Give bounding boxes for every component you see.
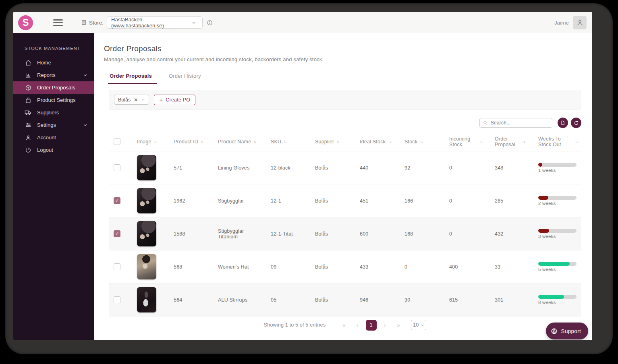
- sort-icon: ↑↓: [336, 139, 339, 144]
- search-box[interactable]: [479, 118, 552, 128]
- row-checkbox[interactable]: ✓: [114, 230, 120, 237]
- avatar[interactable]: [573, 16, 587, 29]
- page-title: Order Proposals: [104, 44, 581, 53]
- table-row[interactable]: ✓ 571 Lining Gloves 12-black Bolås 440 9…: [109, 151, 581, 184]
- cell-weeks-to-stock-out: 1 weeks: [538, 163, 581, 173]
- store-select-value: HastaBacken (www.hastabacken.se): [111, 17, 192, 29]
- table-header-row: Image↑↓ Product ID↑↓ Product Name↑↓ SKU↑…: [109, 132, 581, 151]
- cell-supplier: Bolås: [315, 231, 360, 237]
- column-header-product-id[interactable]: Product ID↑↓: [174, 139, 218, 145]
- row-checkbox[interactable]: ✓: [114, 296, 120, 303]
- tab-order-history[interactable]: Order History: [168, 73, 202, 84]
- cell-stock: 30: [404, 297, 449, 303]
- sidebar-item-logout[interactable]: Logout: [13, 144, 94, 156]
- select-all-checkbox[interactable]: [114, 138, 120, 145]
- home-icon: [25, 59, 31, 66]
- sort-icon: ↑↓: [154, 139, 156, 144]
- cell-order-proposal: 301: [495, 297, 538, 303]
- weeks-label: 8 weeks: [538, 300, 577, 305]
- sidebar-item-product-settings[interactable]: Product Settings: [13, 94, 94, 106]
- column-header-sku[interactable]: SKU↑↓: [271, 139, 315, 145]
- table-row[interactable]: ✓ 1588 Stigbygglar Titanium 12-1-Titat B…: [109, 217, 581, 250]
- cell-product-id: 568: [174, 264, 218, 270]
- cell-product-name: Stigbygglar Titanium: [218, 228, 262, 240]
- chevron-down-icon[interactable]: [141, 98, 145, 102]
- sort-icon: ↑↓: [522, 139, 525, 144]
- page-subtitle: Manage, analyse and control your current…: [104, 56, 581, 62]
- brand-logo: S: [18, 15, 33, 30]
- next-page-button[interactable]: ›: [384, 322, 386, 328]
- refresh-icon: [574, 120, 579, 126]
- first-page-button[interactable]: «: [342, 322, 345, 328]
- weeks-label: 2 weeks: [538, 201, 577, 206]
- sidebar-item-account[interactable]: Account: [13, 131, 94, 144]
- cell-incoming-stock: 400: [449, 264, 495, 270]
- cell-supplier: Bolås: [315, 198, 360, 204]
- tab-order-proposals[interactable]: Order Proposals: [109, 73, 153, 84]
- stock-out-progress-track: [538, 229, 577, 233]
- row-checkbox[interactable]: ✓: [114, 263, 120, 270]
- info-icon[interactable]: [207, 20, 213, 26]
- column-header-image[interactable]: Image↑↓: [129, 139, 174, 145]
- cell-incoming-stock: 0: [449, 198, 495, 204]
- globe-icon: [551, 328, 558, 335]
- column-header-product-name[interactable]: Product Name↑↓: [218, 139, 271, 145]
- cell-product-id: 564: [174, 297, 218, 303]
- column-header-order-proposal[interactable]: Order Proposal↑↓: [495, 136, 538, 147]
- sidebar-item-settings[interactable]: Settings: [13, 119, 94, 131]
- sidebar-item-home[interactable]: Home: [13, 56, 94, 69]
- column-header-stock[interactable]: Stock↑↓: [404, 139, 449, 145]
- cell-order-proposal: 348: [495, 165, 538, 171]
- sidebar-item-label: Settings: [37, 122, 56, 128]
- create-po-button[interactable]: + Create PO: [154, 95, 195, 105]
- table-row[interactable]: ✓ 1962 Stigbygglar 12-1 Bolås 451 166 0 …: [109, 184, 581, 217]
- column-header-weeks-to-stock-out[interactable]: Weeks To Stock Out↑↓: [538, 136, 581, 147]
- cell-product-id: 1588: [174, 231, 218, 237]
- sidebar-item-label: Product Settings: [37, 97, 75, 103]
- table-body: ✓ 571 Lining Gloves 12-black Bolås 440 9…: [109, 151, 581, 316]
- cell-stock: 0: [404, 264, 449, 270]
- row-checkbox[interactable]: ✓: [114, 197, 120, 204]
- table-row[interactable]: ✓ 564 ALU Stirrups 05 Bolås 946 30 615 3…: [109, 283, 581, 316]
- refresh-button[interactable]: [571, 118, 581, 128]
- close-icon[interactable]: ✕: [134, 97, 138, 103]
- store-select[interactable]: HastaBacken (www.hastabacken.se): [107, 17, 203, 29]
- table-row[interactable]: ✓ 568 Women's Hat 09 Bolås 433 0 400 33 …: [109, 250, 581, 283]
- cell-stock: 166: [404, 198, 449, 204]
- create-po-label: Create PO: [166, 97, 190, 103]
- cell-weeks-to-stock-out: 3 weeks: [538, 229, 581, 239]
- page-number-button[interactable]: 1: [366, 320, 377, 331]
- cell-incoming-stock: 615: [449, 297, 495, 303]
- row-checkbox[interactable]: ✓: [114, 164, 120, 171]
- page-size-select[interactable]: 10: [411, 320, 426, 330]
- stock-out-progress-fill: [538, 262, 570, 266]
- stock-out-progress-track: [538, 262, 577, 266]
- cell-sku: 05: [271, 297, 315, 303]
- menu-toggle-icon[interactable]: [53, 19, 63, 26]
- export-button[interactable]: [558, 118, 568, 128]
- search-input[interactable]: [491, 120, 549, 126]
- sort-icon: ↑↓: [201, 139, 203, 144]
- sidebar-item-label: Reports: [37, 72, 56, 78]
- product-image: [137, 221, 156, 246]
- support-button[interactable]: Support: [546, 323, 588, 339]
- prev-page-button[interactable]: ‹: [357, 322, 358, 328]
- weeks-label: 5 weeks: [538, 267, 577, 272]
- supplier-filter-chip[interactable]: Bolås ✕: [114, 95, 149, 105]
- plus-icon: +: [159, 97, 163, 103]
- sidebar-item-order-proposals[interactable]: Order Proposals: [13, 81, 94, 94]
- sidebar-item-reports[interactable]: Reports: [13, 69, 94, 81]
- column-header-supplier[interactable]: Supplier↑↓: [315, 139, 360, 145]
- cell-product-name: Stigbygglar: [218, 198, 262, 204]
- cell-sku: 09: [271, 264, 315, 270]
- stock-out-progress-fill: [538, 295, 564, 299]
- sidebar-section-title: STOCK MANAGEMENT: [25, 46, 94, 51]
- weeks-label: 3 weeks: [538, 234, 577, 239]
- column-header-incoming-stock[interactable]: Incoming Stock↑↓: [449, 136, 495, 147]
- last-page-button[interactable]: »: [397, 322, 400, 328]
- chevron-down-icon: [192, 21, 196, 25]
- sidebar-item-suppliers[interactable]: Suppliers: [13, 106, 94, 119]
- column-header-ideal-stock[interactable]: Ideal Stock↑↓: [360, 139, 404, 145]
- weeks-label: 1 weeks: [538, 168, 577, 173]
- cell-incoming-stock: 0: [449, 165, 495, 171]
